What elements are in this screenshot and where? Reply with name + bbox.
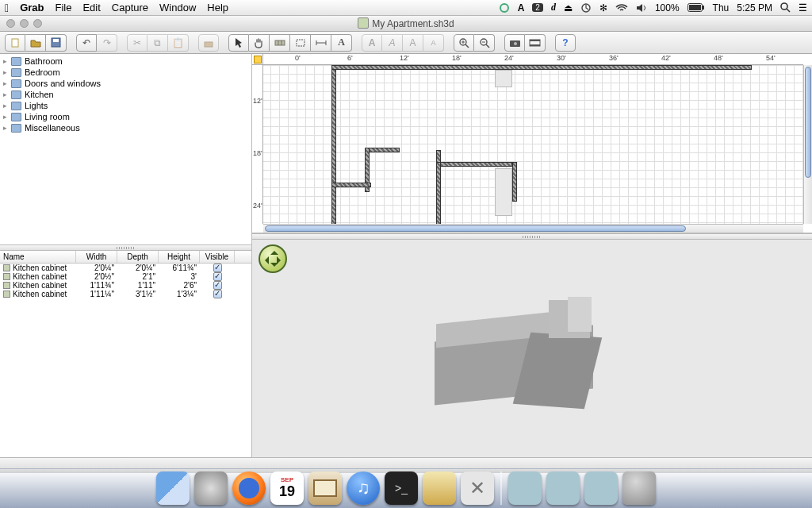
window-close-button[interactable] xyxy=(6,19,15,28)
status-sync-icon[interactable] xyxy=(499,2,510,13)
plan-horizontal-scrollbar[interactable] xyxy=(263,224,803,233)
menu-window[interactable]: Window xyxy=(159,2,196,13)
status-adobe-icon[interactable]: A xyxy=(518,2,525,13)
plan-vertical-scrollbar[interactable] xyxy=(803,65,812,224)
catalog-category[interactable]: ▸Bedroom xyxy=(0,67,251,78)
ruler-tick-y: 18' xyxy=(253,149,262,157)
furniture-row[interactable]: Kitchen cabinet1'11¼"3'1½"1'3¼" xyxy=(0,290,251,298)
window-minimize-button[interactable] xyxy=(20,19,29,28)
create-dimensions-button[interactable] xyxy=(311,34,331,52)
help-button[interactable]: ? xyxy=(555,34,576,52)
status-day: Thu xyxy=(713,2,730,13)
create-text-button[interactable]: A xyxy=(331,34,352,52)
visible-checkbox[interactable] xyxy=(213,290,222,298)
italic-button[interactable]: A xyxy=(382,34,403,52)
col-visible: Visible xyxy=(200,251,235,263)
svg-rect-14 xyxy=(297,40,304,46)
svg-line-23 xyxy=(486,44,489,48)
dock-firefox[interactable] xyxy=(232,471,266,505)
dock-calendar[interactable]: SEP 19 xyxy=(270,471,304,505)
video-button[interactable] xyxy=(525,34,546,52)
col-name: Name xyxy=(0,251,76,263)
svg-point-26 xyxy=(514,42,517,45)
furniture-width: 1'11¼" xyxy=(76,290,117,298)
3d-view[interactable] xyxy=(252,240,812,457)
folder-icon xyxy=(11,102,21,110)
catalog-category[interactable]: ▸Lights xyxy=(0,100,251,111)
menu-edit[interactable]: Edit xyxy=(82,2,100,13)
3d-navigation-control[interactable] xyxy=(259,244,287,273)
cut-button[interactable]: ✂ xyxy=(127,34,147,52)
ruler-tick-x: 42' xyxy=(661,54,671,62)
pan-tool-button[interactable] xyxy=(249,34,270,52)
furniture-list-header[interactable]: Name Width Depth Height Visible xyxy=(0,251,251,264)
undo-button[interactable]: ↶ xyxy=(76,34,97,52)
copy-button[interactable]: ⧉ xyxy=(147,34,168,52)
dock-launchpad[interactable] xyxy=(194,471,228,505)
status-timemachine-icon[interactable] xyxy=(580,2,592,13)
window-zoom-button[interactable] xyxy=(33,19,42,28)
ruler-tick-x: 48' xyxy=(714,54,723,62)
apple-menu[interactable]:  xyxy=(5,2,9,14)
svg-rect-11 xyxy=(275,40,285,45)
svg-rect-4 xyxy=(703,6,704,10)
save-button[interactable] xyxy=(46,34,67,52)
catalog-category[interactable]: ▸Doors and windows xyxy=(0,78,251,89)
dock-folder[interactable] xyxy=(508,471,542,505)
furniture-name: Kitchen cabinet xyxy=(0,281,76,290)
spotlight-icon[interactable] xyxy=(780,2,791,13)
status-volume-icon[interactable] xyxy=(636,3,647,13)
status-bluetooth-icon[interactable]: ✻ xyxy=(599,2,607,13)
dock-trash[interactable] xyxy=(622,471,656,505)
bold-button[interactable]: A xyxy=(362,34,382,52)
dock-folder[interactable] xyxy=(546,471,580,505)
dock-folder[interactable] xyxy=(584,471,618,505)
paste-button[interactable]: 📋 xyxy=(168,34,189,52)
dock-itunes[interactable]: ♫ xyxy=(347,471,380,505)
zoom-in-button[interactable] xyxy=(454,34,474,52)
furniture-catalog-tree[interactable]: ▸Bathroom ▸Bedroom ▸Doors and windows ▸K… xyxy=(0,54,251,244)
catalog-category[interactable]: ▸Living room xyxy=(0,111,251,122)
app-menu[interactable]: Grab xyxy=(20,2,44,13)
zoom-out-button[interactable] xyxy=(474,34,495,52)
svg-point-0 xyxy=(500,4,508,12)
svg-line-19 xyxy=(465,44,469,48)
select-tool-button[interactable] xyxy=(228,34,249,52)
dock-terminal[interactable]: >_ xyxy=(385,471,418,505)
furniture-height: 3' xyxy=(159,272,200,281)
right-pane-splitter[interactable] xyxy=(252,233,812,240)
ruler-origin-button[interactable] xyxy=(252,54,263,65)
photo-button[interactable] xyxy=(504,34,525,52)
increase-text-button[interactable]: A xyxy=(403,34,423,52)
add-furniture-button[interactable] xyxy=(198,34,219,52)
svg-rect-9 xyxy=(53,39,59,42)
status-eject-icon[interactable]: ⏏ xyxy=(564,2,573,13)
status-d-icon[interactable]: d xyxy=(551,2,556,13)
catalog-category[interactable]: ▸Bathroom xyxy=(0,56,251,67)
catalog-category[interactable]: ▸Miscellaneous xyxy=(0,122,251,133)
create-rooms-button[interactable] xyxy=(290,34,311,52)
notifications-icon[interactable]: ☰ xyxy=(799,2,807,13)
furniture-list[interactable]: Name Width Depth Height Visible Kitchen … xyxy=(0,251,251,457)
svg-rect-28 xyxy=(530,40,540,41)
plan-canvas[interactable] xyxy=(263,65,803,224)
redo-button[interactable]: ↷ xyxy=(97,34,117,52)
status-bar xyxy=(0,457,812,473)
plan-view[interactable]: 0'6'12'18'24'30'36'42'48'54' 12'18'24' xyxy=(252,54,812,233)
left-pane-splitter[interactable] xyxy=(0,244,251,251)
open-button[interactable] xyxy=(25,34,46,52)
decrease-text-button[interactable]: A xyxy=(423,34,444,52)
calendar-month: SEP xyxy=(281,476,293,483)
menu-capture[interactable]: Capture xyxy=(112,2,148,13)
catalog-category[interactable]: ▸Kitchen xyxy=(0,89,251,100)
dock-finder[interactable] xyxy=(156,471,190,505)
dock-app[interactable]: ✕ xyxy=(461,471,494,505)
create-walls-button[interactable] xyxy=(270,34,290,52)
status-battery-icon[interactable] xyxy=(688,3,705,12)
status-wifi-icon[interactable] xyxy=(615,3,628,13)
menu-file[interactable]: File xyxy=(55,2,71,13)
new-button[interactable] xyxy=(5,34,25,52)
dock-mail[interactable] xyxy=(308,471,342,505)
menu-help[interactable]: Help xyxy=(207,2,228,13)
dock-grab[interactable] xyxy=(423,471,456,505)
